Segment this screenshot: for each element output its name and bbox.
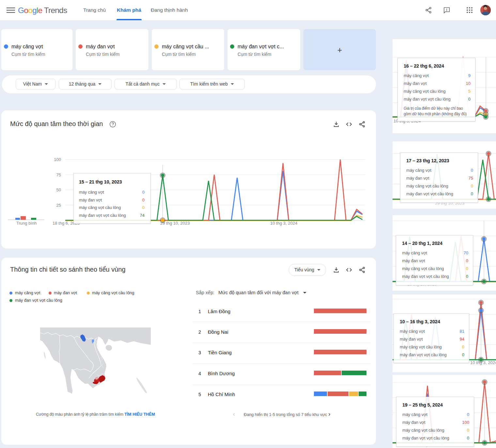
svg-text:75: 75 (56, 172, 61, 177)
svg-text:100: 100 (54, 157, 61, 162)
svg-text:25: 25 (56, 203, 61, 208)
svg-text:10 thg 3, 2024: 10 thg 3, 2024 (270, 221, 297, 226)
svg-text:50: 50 (56, 187, 61, 192)
svg-text:Trung bình: Trung bình (16, 221, 37, 226)
